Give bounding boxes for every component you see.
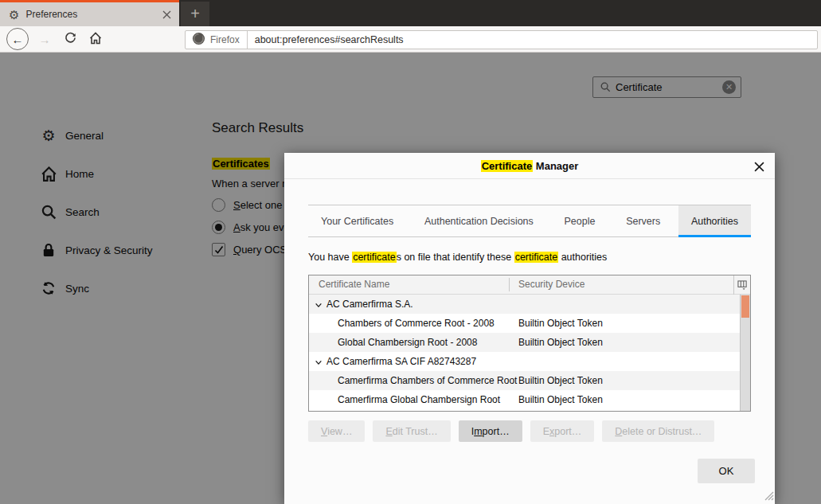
export-button[interactable]: Export… xyxy=(530,420,595,442)
authorities-description: You have certificates on file that ident… xyxy=(308,252,607,263)
dialog-title-rest: Manager xyxy=(533,160,578,172)
reload-button[interactable] xyxy=(59,28,81,50)
chevron-down-icon[interactable] xyxy=(315,300,323,311)
scrollbar-thumb[interactable] xyxy=(741,295,749,318)
back-button[interactable]: ← xyxy=(6,28,29,50)
tab-title: Preferences xyxy=(25,9,158,20)
new-tab-button[interactable]: + xyxy=(181,2,209,26)
forward-arrow-icon: → xyxy=(39,33,51,46)
url-bar[interactable]: Firefox about:preferences#searchResults xyxy=(185,30,818,49)
new-tab-plus-icon: + xyxy=(190,5,200,23)
tab-authorities[interactable]: Authorities xyxy=(678,205,751,236)
view-button[interactable]: View… xyxy=(308,420,365,442)
table-header: Certificate Name Security Device xyxy=(309,275,750,295)
column-picker-button[interactable] xyxy=(733,275,750,295)
tab-bar: ⚙ Preferences + xyxy=(0,0,821,26)
tab-your-certificates[interactable]: Your Certificates xyxy=(308,205,406,236)
table-row[interactable]: Global Chambersign Root - 2008 Builtin O… xyxy=(309,333,750,352)
table-scrollbar[interactable] xyxy=(740,295,750,411)
column-picker-icon xyxy=(737,280,748,291)
preferences-gear-icon: ⚙ xyxy=(9,9,19,21)
url-text[interactable]: about:preferences#searchResults xyxy=(255,34,404,45)
dialog-action-buttons: View… Edit Trust… Import… Export… Delete… xyxy=(308,420,714,442)
resize-grip-icon[interactable] xyxy=(763,490,774,503)
edit-trust-button[interactable]: Edit Trust… xyxy=(373,420,450,442)
navigation-toolbar: ← → Firefox about:preferences#searchResu… xyxy=(0,26,821,53)
tab-preferences[interactable]: ⚙ Preferences xyxy=(0,0,179,26)
certificate-tree[interactable]: Certificate Name Security Device AC Came… xyxy=(308,275,751,412)
tab-people[interactable]: People xyxy=(552,205,608,236)
table-row[interactable]: Camerfirma Global Chambersign Root Built… xyxy=(309,390,750,409)
delete-or-distrust-button[interactable]: Delete or Distrust… xyxy=(602,420,714,442)
table-row[interactable]: AC Camerfirma S.A. xyxy=(309,295,750,314)
column-divider xyxy=(509,278,510,291)
identity-chip[interactable]: Firefox xyxy=(186,31,248,49)
tab-servers[interactable]: Servers xyxy=(613,205,673,236)
firefox-logo-icon xyxy=(192,32,205,48)
dialog-title-highlight: Certificate xyxy=(481,160,534,172)
home-icon xyxy=(89,32,102,47)
table-row[interactable]: AC Camerfirma SA CIF A82743287 xyxy=(309,352,750,371)
chevron-down-icon[interactable] xyxy=(315,357,323,369)
certificate-manager-dialog: Certificate Manager Your Certificates Au… xyxy=(284,153,775,504)
dialog-title: Certificate Manager xyxy=(284,153,775,179)
import-button[interactable]: Import… xyxy=(459,420,522,442)
table-row[interactable]: Camerfirma Chambers of Commerce Root Bui… xyxy=(309,371,750,390)
ok-button[interactable]: OK xyxy=(698,459,755,483)
dialog-close-icon[interactable] xyxy=(752,159,766,174)
forward-button[interactable]: → xyxy=(33,28,56,50)
home-button[interactable] xyxy=(84,28,107,50)
dialog-tab-strip: Your Certificates Authentication Decisio… xyxy=(308,205,751,237)
table-row[interactable]: Chambers of Commerce Root - 2008 Builtin… xyxy=(309,314,750,333)
column-header-certificate-name[interactable]: Certificate Name xyxy=(319,279,389,290)
tab-close-icon[interactable] xyxy=(158,6,174,22)
column-header-security-device[interactable]: Security Device xyxy=(518,279,584,290)
preferences-page: Certificate ✕ ⚙ General Home Search Priv… xyxy=(0,53,821,504)
reload-icon xyxy=(65,32,76,46)
identity-label: Firefox xyxy=(210,34,240,45)
tab-authentication-decisions[interactable]: Authentication Decisions xyxy=(412,205,546,236)
back-arrow-icon: ← xyxy=(12,33,24,46)
